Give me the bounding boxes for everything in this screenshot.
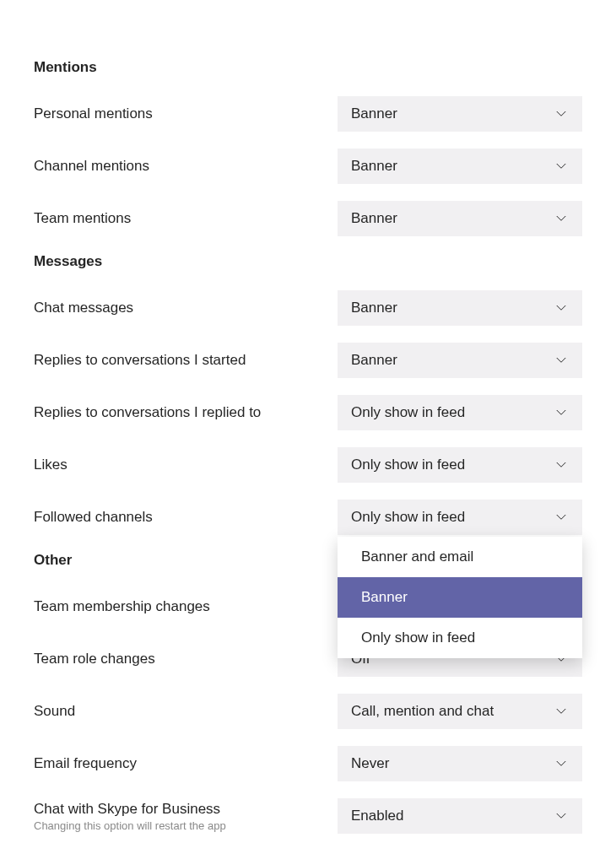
chevron-down-icon: [554, 808, 569, 824]
setting-row-replies-replied: Replies to conversations I replied to On…: [34, 395, 582, 430]
setting-label: Personal mentions: [34, 105, 338, 122]
dropdown-value: Only show in feed: [351, 509, 465, 526]
setting-label: Sound: [34, 703, 338, 720]
dropdown-replies-started[interactable]: Banner: [338, 343, 582, 378]
chevron-down-icon: [554, 300, 569, 316]
chevron-down-icon: [554, 756, 569, 771]
dropdown-toggle[interactable]: Call, mention and chat: [338, 694, 582, 729]
dropdown-chat-messages[interactable]: Banner: [338, 290, 582, 326]
section-heading-mentions: Mentions: [34, 59, 582, 76]
chevron-down-icon: [554, 159, 569, 174]
dropdown-value: Enabled: [351, 808, 403, 824]
chevron-down-icon: [554, 510, 569, 525]
setting-label: Replies to conversations I started: [34, 352, 338, 369]
dropdown-toggle[interactable]: Only show in feed: [338, 500, 582, 535]
dropdown-value: Banner: [351, 158, 397, 175]
setting-row-likes: Likes Only show in feed: [34, 447, 582, 483]
chevron-down-icon: [554, 211, 569, 226]
setting-sublabel: Changing this option will restart the ap…: [34, 819, 338, 832]
setting-row-channel-mentions: Channel mentions Banner: [34, 149, 582, 184]
setting-label: Chat messages: [34, 300, 338, 316]
dropdown-team-mentions[interactable]: Banner: [338, 201, 582, 236]
setting-label-wrap: Chat with Skype for Business Changing th…: [34, 801, 338, 832]
setting-row-team-mentions: Team mentions Banner: [34, 201, 582, 236]
setting-label: Team role changes: [34, 651, 338, 667]
dropdown-personal-mentions[interactable]: Banner: [338, 96, 582, 132]
setting-label: Team mentions: [34, 210, 338, 227]
dropdown-toggle[interactable]: Banner: [338, 201, 582, 236]
dropdown-menu-followed-channels: Banner and email Banner Only show in fee…: [338, 537, 582, 658]
dropdown-toggle[interactable]: Never: [338, 746, 582, 781]
dropdown-toggle[interactable]: Only show in feed: [338, 447, 582, 483]
dropdown-toggle[interactable]: Banner: [338, 290, 582, 326]
setting-row-personal-mentions: Personal mentions Banner: [34, 96, 582, 132]
setting-row-chat-messages: Chat messages Banner: [34, 290, 582, 326]
dropdown-replies-replied[interactable]: Only show in feed: [338, 395, 582, 430]
setting-label: Replies to conversations I replied to: [34, 404, 338, 421]
dropdown-likes[interactable]: Only show in feed: [338, 447, 582, 483]
dropdown-option-only-show-in-feed[interactable]: Only show in feed: [338, 618, 582, 658]
dropdown-value: Banner: [351, 105, 397, 122]
dropdown-value: Only show in feed: [351, 457, 465, 473]
setting-row-replies-started: Replies to conversations I started Banne…: [34, 343, 582, 378]
setting-label: Chat with Skype for Business: [34, 801, 338, 818]
dropdown-value: Banner: [351, 352, 397, 369]
dropdown-followed-channels[interactable]: Only show in feed Banner and email Banne…: [338, 500, 582, 535]
section-heading-messages: Messages: [34, 253, 582, 270]
setting-row-sound: Sound Call, mention and chat: [34, 694, 582, 729]
chevron-down-icon: [554, 457, 569, 473]
setting-label: Channel mentions: [34, 158, 338, 175]
setting-row-email-frequency: Email frequency Never: [34, 746, 582, 781]
dropdown-value: Banner: [351, 300, 397, 316]
dropdown-option-banner[interactable]: Banner: [338, 577, 582, 618]
dropdown-chat-skype[interactable]: Enabled: [338, 798, 582, 834]
dropdown-channel-mentions[interactable]: Banner: [338, 149, 582, 184]
setting-label: Team membership changes: [34, 598, 338, 615]
dropdown-sound[interactable]: Call, mention and chat: [338, 694, 582, 729]
setting-row-followed-channels: Followed channels Only show in feed Bann…: [34, 500, 582, 535]
dropdown-option-banner-and-email[interactable]: Banner and email: [338, 537, 582, 577]
chevron-down-icon: [554, 405, 569, 420]
dropdown-toggle[interactable]: Banner: [338, 343, 582, 378]
dropdown-value: Call, mention and chat: [351, 703, 494, 720]
dropdown-toggle[interactable]: Banner: [338, 149, 582, 184]
setting-row-chat-skype: Chat with Skype for Business Changing th…: [34, 798, 582, 834]
dropdown-toggle[interactable]: Enabled: [338, 798, 582, 834]
chevron-down-icon: [554, 106, 569, 122]
setting-label: Likes: [34, 457, 338, 473]
dropdown-value: Only show in feed: [351, 404, 465, 421]
dropdown-email-frequency[interactable]: Never: [338, 746, 582, 781]
dropdown-value: Never: [351, 755, 389, 772]
dropdown-toggle[interactable]: Banner: [338, 96, 582, 132]
chevron-down-icon: [554, 353, 569, 368]
chevron-down-icon: [554, 704, 569, 719]
dropdown-value: Banner: [351, 210, 397, 227]
dropdown-toggle[interactable]: Only show in feed: [338, 395, 582, 430]
setting-label: Email frequency: [34, 755, 338, 772]
setting-label: Followed channels: [34, 509, 338, 526]
